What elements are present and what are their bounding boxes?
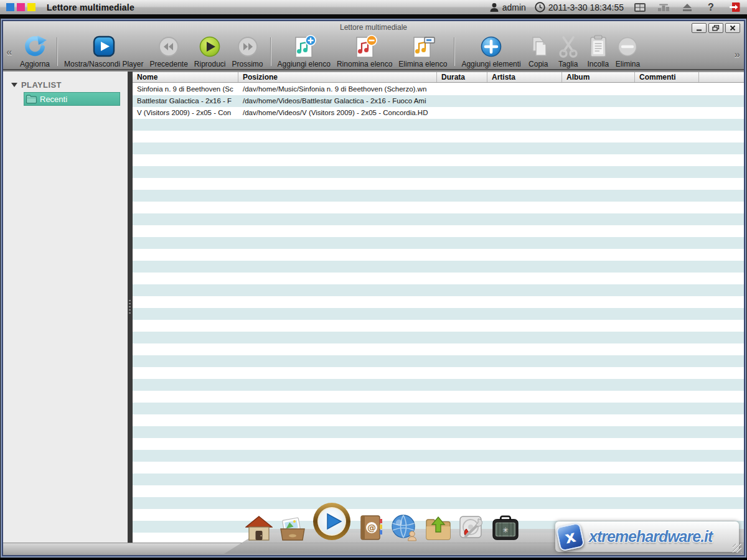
sidebar-item-recenti[interactable]: Recenti [24, 92, 120, 106]
dock-system-tools-button[interactable]: ✳ [491, 513, 520, 541]
copy-icon [527, 35, 550, 58]
rename-playlist-label: Rinomina elenco [337, 60, 392, 68]
cell-posizione: /dav/home/Videos/Battlestar Galactica - … [238, 95, 437, 107]
dock-storage-tools-button[interactable] [458, 513, 486, 541]
open-windows-button[interactable] [632, 2, 647, 13]
column-header-durata[interactable]: Durata [437, 72, 487, 82]
restore-button[interactable] [708, 23, 723, 33]
eject-device-button[interactable] [680, 2, 695, 13]
toolbar: Aggiorna Mostra/Nascondi Player [3, 34, 744, 69]
folder-icon [26, 94, 37, 104]
previous-icon [157, 35, 180, 58]
datetime-label: 2011-3-30 18:34:55 [548, 2, 624, 12]
toolbar-separator [454, 37, 454, 66]
media-player-icon [312, 502, 352, 541]
delete-items-button[interactable]: Elimina [613, 34, 643, 68]
photo-station-icon [278, 515, 307, 541]
delete-items-icon [616, 35, 639, 58]
cut-icon [556, 35, 581, 58]
column-header-posizione[interactable]: Posizione [238, 72, 437, 82]
table-row[interactable]: Battlestar Galactica - 2x16 - F /dav/hom… [133, 95, 744, 107]
column-header-album[interactable]: Album [562, 72, 635, 82]
svg-text:✳: ✳ [502, 526, 509, 534]
dock-home-button[interactable] [245, 513, 273, 541]
logout-button[interactable] [727, 2, 742, 13]
username-label: admin [502, 2, 526, 12]
column-header-nome[interactable]: Nome [133, 72, 238, 82]
home-icon [245, 515, 273, 541]
sidebar-splitter[interactable] [128, 72, 133, 543]
cell-posizione: /dav/home/Videos/V (Visitors 2009) - 2x0… [238, 107, 437, 119]
close-button[interactable] [725, 23, 740, 33]
dock-photos-button[interactable] [278, 513, 307, 541]
paste-icon [587, 34, 609, 59]
copy-button[interactable]: Copia [524, 34, 553, 68]
column-header-commenti[interactable]: Commenti [635, 72, 699, 82]
rename-playlist-button[interactable]: Rinomina elenco [334, 34, 395, 68]
dock-download-button[interactable] [424, 513, 453, 541]
table-row[interactable]: V (Visitors 2009) - 2x05 - Con /dav/home… [133, 107, 744, 119]
cell-commenti [635, 95, 699, 107]
help-icon: ? [708, 2, 714, 13]
cut-button[interactable]: Taglia [553, 34, 584, 68]
clock-indicator: 2011-3-30 18:34:55 [535, 2, 624, 12]
cell-nome: Sinfonia n. 9 di Beethoven (Sc [133, 83, 238, 95]
delete-playlist-label: Elimina elenco [398, 60, 447, 68]
minimize-button[interactable] [692, 23, 707, 33]
cell-posizione: /dav/home/Music/Sinfonia n. 9 di Beethov… [238, 83, 437, 95]
playlist-sidebar: PLAYLIST Recenti [3, 72, 128, 543]
cell-durata [437, 83, 487, 95]
storage-tools-icon [458, 514, 486, 541]
user-indicator[interactable]: admin [489, 2, 526, 12]
topbar-app-title: Lettore multimediale [47, 2, 134, 12]
cell-album [562, 107, 635, 119]
add-items-button[interactable]: Aggiungi elementi [458, 34, 524, 68]
playlist-section-header[interactable]: PLAYLIST [11, 80, 62, 90]
restore-icon [712, 25, 720, 31]
column-header-artista[interactable]: Artista [487, 72, 562, 82]
playlist-section-label: PLAYLIST [21, 80, 62, 90]
dock-network-button[interactable] [390, 513, 419, 541]
play-button[interactable]: Riproduci [191, 34, 229, 68]
window-title: Lettore multimediale [3, 23, 744, 32]
add-playlist-label: Aggiungi elenco [278, 60, 331, 68]
media-table: Nome Posizione Durata Artista Album Comm… [133, 72, 744, 543]
dock-media-player-button[interactable] [312, 500, 352, 541]
add-items-label: Aggiungi elementi [461, 60, 520, 68]
next-label: Prossimo [232, 60, 263, 68]
paste-button[interactable]: Incolla [584, 34, 613, 68]
background-tasks-button[interactable] [656, 2, 671, 13]
eject-icon [682, 3, 693, 12]
add-playlist-button[interactable]: Aggiungi elenco [275, 34, 334, 68]
delete-items-label: Elimina [616, 60, 640, 68]
toggle-player-label: Mostra/Nascondi Player [64, 60, 143, 68]
download-icon [424, 515, 453, 541]
screen: Lettore multimediale admin 2011-3-30 18:… [0, 0, 747, 560]
table-body: Sinfonia n. 9 di Beethoven (Sc /dav/home… [133, 83, 744, 543]
topbar-divider [0, 14, 747, 18]
toggle-player-button[interactable]: Mostra/Nascondi Player [61, 34, 146, 68]
close-icon [730, 25, 736, 31]
next-button[interactable]: Prossimo [229, 34, 266, 68]
help-button[interactable]: ? [703, 2, 718, 13]
refresh-button[interactable]: Aggiorna [17, 34, 53, 68]
resize-grip[interactable] [733, 544, 741, 553]
next-icon [237, 35, 259, 58]
cell-durata [437, 95, 487, 107]
watermark-logo-icon: x [555, 522, 585, 551]
delete-playlist-button[interactable]: Elimina elenco [395, 34, 450, 68]
previous-button[interactable]: Precedente [146, 34, 190, 68]
cell-album [562, 95, 635, 107]
table-row[interactable]: Sinfonia n. 9 di Beethoven (Sc /dav/home… [133, 83, 744, 95]
nas-logo [6, 3, 35, 11]
dock-contacts-button[interactable]: @ [357, 513, 385, 541]
media-player-window: Lettore multimediale [0, 18, 747, 558]
cell-durata [437, 107, 487, 119]
web-network-icon [390, 514, 419, 541]
cut-label: Taglia [558, 60, 578, 68]
player-toggle-icon [92, 35, 116, 58]
delete-playlist-icon [409, 34, 436, 59]
cell-album [562, 83, 635, 95]
watermark: x xtremehardware.it [555, 521, 739, 552]
play-icon [198, 35, 222, 58]
